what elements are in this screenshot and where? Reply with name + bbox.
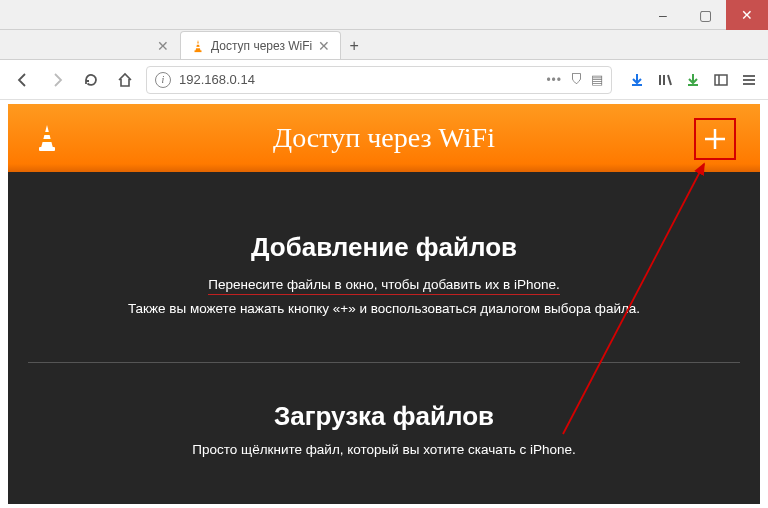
add-file-button[interactable]	[694, 118, 736, 160]
section-divider	[28, 362, 740, 363]
content-panel: Добавление файлов Перенесите файлы в окн…	[8, 232, 760, 457]
svg-marker-0	[195, 39, 200, 50]
tab-strip: ✕ Доступ через WiFi ✕ +	[0, 30, 768, 60]
svg-rect-11	[39, 147, 55, 151]
window-titlebar: – ▢ ✕	[0, 0, 768, 30]
page-viewport: Доступ через WiFi Добавление файлов Пере…	[8, 104, 760, 504]
svg-rect-4	[688, 84, 698, 86]
back-button[interactable]	[10, 67, 36, 93]
add-files-instruction-1: Перенесите файлы в окно, чтобы добавить …	[208, 277, 560, 295]
tab-close-icon[interactable]: ✕	[157, 38, 169, 54]
svg-rect-5	[715, 75, 727, 85]
svg-rect-12	[44, 132, 51, 135]
downloads-icon[interactable]	[628, 71, 646, 89]
new-tab-button[interactable]: +	[341, 33, 367, 59]
library-icon[interactable]	[656, 71, 674, 89]
add-files-instruction-2: Также вы можете нажать кнопку «+» и восп…	[8, 301, 760, 316]
menu-icon[interactable]	[740, 71, 758, 89]
add-files-heading: Добавление файлов	[8, 232, 760, 263]
extension-icon[interactable]	[684, 71, 702, 89]
toolbar-right	[620, 71, 758, 89]
svg-rect-2	[196, 43, 199, 44]
browser-tab-blank[interactable]: ✕	[40, 31, 180, 59]
window-close-button[interactable]: ✕	[726, 0, 768, 30]
vlc-cone-icon	[32, 123, 62, 153]
page-header: Доступ через WiFi	[8, 104, 760, 172]
browser-tab-active[interactable]: Доступ через WiFi ✕	[180, 31, 341, 59]
svg-rect-1	[195, 50, 202, 52]
url-bar[interactable]: i 192.168.0.14 ••• ⛉ ▤	[146, 66, 612, 94]
sidebar-icon[interactable]	[712, 71, 730, 89]
home-button[interactable]	[112, 67, 138, 93]
tab-title: Доступ через WiFi	[211, 39, 312, 53]
svg-marker-10	[41, 125, 53, 148]
download-files-heading: Загрузка файлов	[8, 401, 760, 432]
reader-view-icon[interactable]: ▤	[591, 72, 603, 87]
tracking-shield-icon[interactable]: ⛉	[570, 72, 583, 87]
vlc-favicon-icon	[191, 39, 205, 53]
url-text: 192.168.0.14	[179, 72, 255, 87]
svg-rect-13	[42, 139, 52, 142]
page-title: Доступ через WiFi	[62, 122, 736, 154]
tab-favicon-blank	[51, 39, 65, 53]
site-info-icon[interactable]: i	[155, 72, 171, 88]
svg-rect-3	[196, 46, 200, 47]
reload-button[interactable]	[78, 67, 104, 93]
download-files-instruction: Просто щёлкните файл, который вы хотите …	[8, 442, 760, 457]
forward-button[interactable]	[44, 67, 70, 93]
window-maximize-button[interactable]: ▢	[684, 0, 726, 30]
page-actions-icon[interactable]: •••	[546, 73, 562, 87]
browser-toolbar: i 192.168.0.14 ••• ⛉ ▤	[0, 60, 768, 100]
tab-close-icon[interactable]: ✕	[318, 38, 330, 54]
window-minimize-button[interactable]: –	[642, 0, 684, 30]
